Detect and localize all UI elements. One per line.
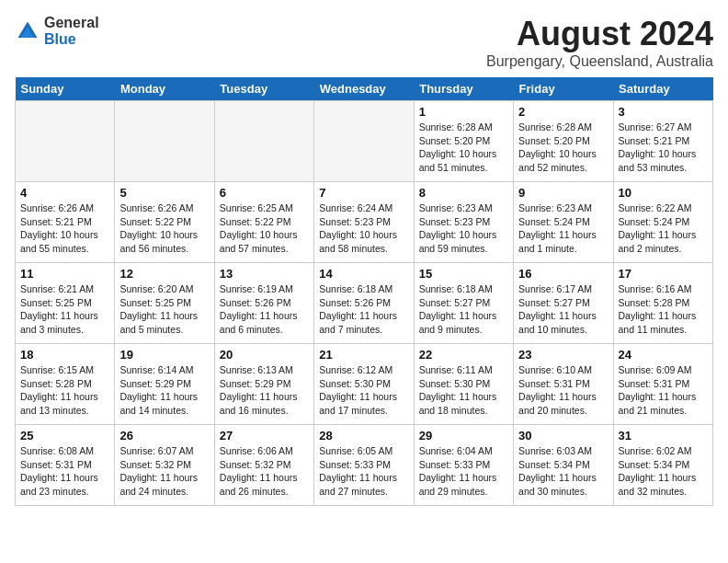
calendar-cell: 23Sunrise: 6:10 AM Sunset: 5:31 PM Dayli… [514, 344, 613, 425]
day-info: Sunrise: 6:11 AM Sunset: 5:30 PM Dayligh… [419, 363, 508, 418]
day-number: 6 [220, 186, 309, 200]
calendar-week-row: 18Sunrise: 6:15 AM Sunset: 5:28 PM Dayli… [16, 344, 713, 425]
day-number: 28 [319, 429, 408, 442]
weekday-header-sunday: Sunday [16, 77, 115, 101]
calendar-cell: 19Sunrise: 6:14 AM Sunset: 5:29 PM Dayli… [115, 344, 214, 425]
day-number: 29 [419, 429, 508, 442]
weekday-header-saturday: Saturday [613, 77, 712, 101]
day-number: 4 [20, 186, 109, 200]
calendar-cell: 4Sunrise: 6:26 AM Sunset: 5:21 PM Daylig… [16, 182, 115, 263]
calendar-cell [115, 101, 214, 182]
day-info: Sunrise: 6:18 AM Sunset: 5:26 PM Dayligh… [319, 282, 408, 337]
calendar-cell: 5Sunrise: 6:26 AM Sunset: 5:22 PM Daylig… [115, 182, 214, 263]
day-info: Sunrise: 6:28 AM Sunset: 5:20 PM Dayligh… [518, 121, 608, 175]
calendar-cell: 22Sunrise: 6:11 AM Sunset: 5:30 PM Dayli… [414, 344, 513, 425]
calendar-cell: 8Sunrise: 6:23 AM Sunset: 5:23 PM Daylig… [414, 182, 513, 263]
day-info: Sunrise: 6:23 AM Sunset: 5:24 PM Dayligh… [518, 201, 608, 256]
day-info: Sunrise: 6:14 AM Sunset: 5:29 PM Dayligh… [119, 363, 209, 418]
calendar-cell: 15Sunrise: 6:18 AM Sunset: 5:27 PM Dayli… [414, 263, 513, 344]
calendar-cell: 13Sunrise: 6:19 AM Sunset: 5:26 PM Dayli… [214, 263, 313, 344]
day-info: Sunrise: 6:12 AM Sunset: 5:30 PM Dayligh… [319, 363, 408, 418]
calendar-week-row: 11Sunrise: 6:21 AM Sunset: 5:25 PM Dayli… [16, 263, 713, 344]
day-number: 31 [619, 429, 708, 442]
day-info: Sunrise: 6:06 AM Sunset: 5:32 PM Dayligh… [220, 444, 309, 499]
calendar-cell: 21Sunrise: 6:12 AM Sunset: 5:30 PM Dayli… [314, 344, 414, 425]
calendar-cell: 27Sunrise: 6:06 AM Sunset: 5:32 PM Dayli… [214, 425, 313, 506]
calendar-cell: 25Sunrise: 6:08 AM Sunset: 5:31 PM Dayli… [16, 425, 115, 506]
calendar-cell: 24Sunrise: 6:09 AM Sunset: 5:31 PM Dayli… [613, 344, 712, 425]
calendar-cell: 11Sunrise: 6:21 AM Sunset: 5:25 PM Dayli… [16, 263, 115, 344]
calendar-cell: 20Sunrise: 6:13 AM Sunset: 5:29 PM Dayli… [214, 344, 313, 425]
calendar-cell: 28Sunrise: 6:05 AM Sunset: 5:33 PM Dayli… [314, 425, 414, 506]
calendar-cell: 7Sunrise: 6:24 AM Sunset: 5:23 PM Daylig… [314, 182, 414, 263]
day-number: 26 [119, 429, 209, 442]
logo-general-text: General [44, 15, 99, 31]
day-info: Sunrise: 6:21 AM Sunset: 5:25 PM Dayligh… [20, 282, 109, 337]
calendar-cell [16, 101, 115, 182]
day-info: Sunrise: 6:04 AM Sunset: 5:33 PM Dayligh… [419, 444, 508, 499]
calendar-cell: 9Sunrise: 6:23 AM Sunset: 5:24 PM Daylig… [514, 182, 613, 263]
calendar-cell [314, 101, 414, 182]
day-number: 27 [220, 429, 309, 442]
day-info: Sunrise: 6:19 AM Sunset: 5:26 PM Dayligh… [220, 282, 309, 337]
day-number: 8 [419, 186, 508, 200]
calendar-cell: 18Sunrise: 6:15 AM Sunset: 5:28 PM Dayli… [16, 344, 115, 425]
day-number: 5 [119, 186, 209, 200]
month-year-title: August 2024 [486, 15, 713, 53]
day-number: 1 [419, 105, 508, 119]
calendar-cell [214, 101, 313, 182]
day-info: Sunrise: 6:07 AM Sunset: 5:32 PM Dayligh… [119, 444, 209, 499]
weekday-header-friday: Friday [514, 77, 613, 101]
day-number: 12 [119, 267, 209, 281]
calendar-cell: 3Sunrise: 6:27 AM Sunset: 5:21 PM Daylig… [613, 101, 712, 182]
day-number: 11 [20, 267, 109, 281]
day-info: Sunrise: 6:08 AM Sunset: 5:31 PM Dayligh… [20, 444, 109, 499]
calendar-cell: 17Sunrise: 6:16 AM Sunset: 5:28 PM Dayli… [613, 263, 712, 344]
title-block: August 2024 Burpengary, Queensland, Aust… [486, 15, 713, 70]
weekday-header-wednesday: Wednesday [314, 77, 414, 101]
calendar-cell: 12Sunrise: 6:20 AM Sunset: 5:25 PM Dayli… [115, 263, 214, 344]
calendar-cell: 26Sunrise: 6:07 AM Sunset: 5:32 PM Dayli… [115, 425, 214, 506]
day-number: 24 [619, 348, 708, 362]
day-number: 14 [319, 267, 408, 281]
location-subtitle: Burpengary, Queensland, Australia [486, 53, 713, 70]
calendar-cell: 2Sunrise: 6:28 AM Sunset: 5:20 PM Daylig… [514, 101, 613, 182]
day-number: 30 [518, 429, 608, 442]
day-number: 18 [20, 348, 109, 362]
day-info: Sunrise: 6:10 AM Sunset: 5:31 PM Dayligh… [518, 363, 608, 418]
day-number: 15 [419, 267, 508, 281]
day-info: Sunrise: 6:16 AM Sunset: 5:28 PM Dayligh… [619, 282, 708, 337]
day-info: Sunrise: 6:02 AM Sunset: 5:34 PM Dayligh… [619, 444, 708, 499]
day-number: 9 [518, 186, 608, 200]
calendar-week-row: 4Sunrise: 6:26 AM Sunset: 5:21 PM Daylig… [16, 182, 713, 263]
day-info: Sunrise: 6:26 AM Sunset: 5:21 PM Dayligh… [20, 201, 109, 256]
day-info: Sunrise: 6:23 AM Sunset: 5:23 PM Dayligh… [419, 201, 508, 256]
day-number: 13 [220, 267, 309, 281]
logo: General Blue [15, 15, 99, 47]
day-number: 23 [518, 348, 608, 362]
calendar-cell: 14Sunrise: 6:18 AM Sunset: 5:26 PM Dayli… [314, 263, 414, 344]
logo-text: General Blue [44, 15, 99, 47]
day-info: Sunrise: 6:15 AM Sunset: 5:28 PM Dayligh… [20, 363, 109, 418]
day-number: 2 [518, 105, 608, 119]
weekday-header-thursday: Thursday [414, 77, 513, 101]
calendar-cell: 10Sunrise: 6:22 AM Sunset: 5:24 PM Dayli… [613, 182, 712, 263]
calendar-cell: 29Sunrise: 6:04 AM Sunset: 5:33 PM Dayli… [414, 425, 513, 506]
weekday-header-monday: Monday [115, 77, 214, 101]
day-number: 7 [319, 186, 408, 200]
day-info: Sunrise: 6:27 AM Sunset: 5:21 PM Dayligh… [619, 121, 708, 175]
day-info: Sunrise: 6:20 AM Sunset: 5:25 PM Dayligh… [119, 282, 209, 337]
day-info: Sunrise: 6:13 AM Sunset: 5:29 PM Dayligh… [220, 363, 309, 418]
day-number: 20 [220, 348, 309, 362]
day-info: Sunrise: 6:22 AM Sunset: 5:24 PM Dayligh… [619, 201, 708, 256]
calendar-table: SundayMondayTuesdayWednesdayThursdayFrid… [15, 77, 713, 506]
day-number: 17 [619, 267, 708, 281]
calendar-cell: 1Sunrise: 6:28 AM Sunset: 5:20 PM Daylig… [414, 101, 513, 182]
calendar-cell: 31Sunrise: 6:02 AM Sunset: 5:34 PM Dayli… [613, 425, 712, 506]
day-info: Sunrise: 6:26 AM Sunset: 5:22 PM Dayligh… [119, 201, 209, 256]
calendar-week-row: 1Sunrise: 6:28 AM Sunset: 5:20 PM Daylig… [16, 101, 713, 182]
day-number: 25 [20, 429, 109, 442]
calendar-cell: 30Sunrise: 6:03 AM Sunset: 5:34 PM Dayli… [514, 425, 613, 506]
day-info: Sunrise: 6:03 AM Sunset: 5:34 PM Dayligh… [518, 444, 608, 499]
page-header: General Blue August 2024 Burpengary, Que… [15, 15, 713, 70]
